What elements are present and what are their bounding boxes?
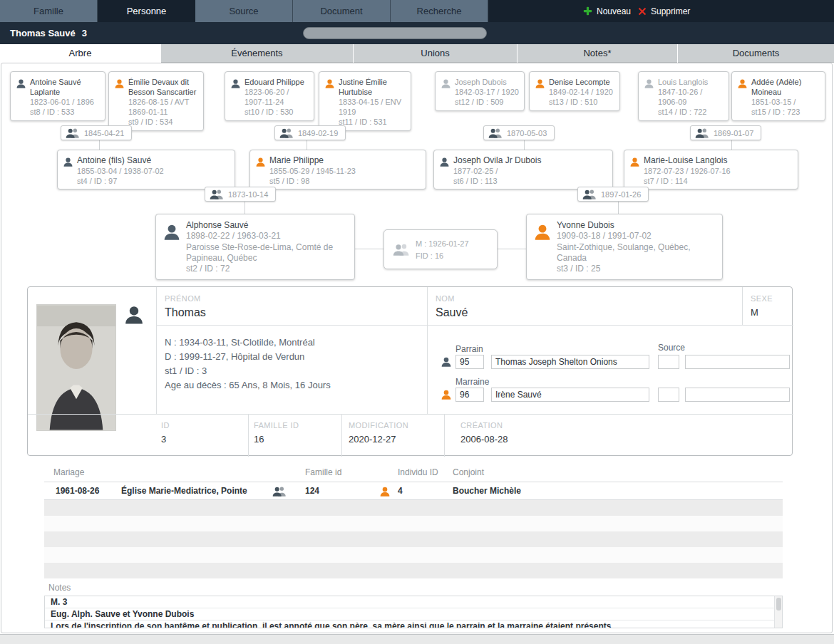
union-date: 1897-01-26 — [601, 190, 641, 199]
panel-divider — [742, 287, 743, 325]
couple-icon — [393, 243, 410, 256]
id-label: ID — [161, 421, 170, 430]
female-person-icon — [255, 157, 266, 167]
parrain-label: Parrain — [455, 344, 483, 354]
union-badge[interactable]: 1873-10-14 — [205, 187, 276, 202]
marraine-id-input[interactable] — [455, 388, 484, 402]
union-badge[interactable]: 1845-04-21 — [61, 125, 132, 140]
person-name: Marie Philippe — [269, 155, 421, 166]
current-person-number: 3 — [82, 28, 87, 38]
male-person-icon — [439, 157, 450, 167]
tree-card-alphonse-sauve[interactable]: Alphonse Sauvé 1898-02-22 / 1963-03-21 P… — [155, 214, 355, 280]
parrain-source-id-input[interactable] — [658, 355, 679, 369]
nom-value: Sauvé — [436, 306, 468, 319]
notes-scrollbar[interactable] — [774, 596, 782, 628]
tab-famille[interactable]: Famille — [0, 0, 98, 22]
notes-area[interactable]: M. 3 Eug. Alph. Sauve et Yvonne Dubois L… — [44, 596, 783, 628]
view-tab-notes[interactable]: Notes* — [517, 44, 677, 63]
famille-id-label: FAMILLE ID — [254, 421, 299, 430]
note-line: Eug. Alph. Sauve et Yvonne Dubois — [45, 608, 782, 620]
tree-card-louis-langlois[interactable]: Louis Langlois 1847-10-26 / 1906-09 st14… — [638, 71, 729, 121]
tree-card-joseph-ovila-dubois[interactable]: Joseph Ovila Jr Dubois 1877-02-25 / st6 … — [433, 150, 613, 189]
vital-details: N : 1934-03-11, St-Clotilde, Montréal D … — [165, 336, 421, 393]
person-ref: st12 / ID : 509 — [455, 97, 520, 107]
parrain-name-input[interactable] — [491, 355, 649, 369]
person-dates: 1851-03-15 / — [751, 97, 820, 107]
tab-recherche[interactable]: Recherche — [391, 0, 488, 22]
new-button[interactable]: Nouveau — [583, 0, 631, 22]
empty-table-row[interactable] — [44, 531, 783, 547]
tree-card-antoine-fils-sauve[interactable]: Antoine (fils) Sauvé 1855-03-04 / 1938-0… — [57, 150, 235, 189]
tab-document[interactable]: Document — [293, 0, 391, 22]
view-tab-evenements[interactable]: Événements — [160, 44, 353, 63]
tree-card-justine-hurtubise[interactable]: Justine Émilie Hurtubise 1833-04-15 / EN… — [319, 71, 411, 131]
marraine-name-input[interactable] — [491, 388, 649, 402]
prenom-label: PRÉNOM — [165, 294, 201, 303]
person-ref: st7 / ID : 114 — [644, 176, 793, 186]
person-photo[interactable] — [36, 304, 116, 431]
delete-x-icon — [638, 7, 647, 16]
person-ref: st5 / ID : 98 — [269, 176, 421, 186]
person-ref: st11 / ID : 531 — [339, 117, 406, 127]
age-at-death-line: Age au décès : 65 Ans, 8 Mois, 16 Jours — [165, 378, 421, 393]
male-person-icon — [163, 223, 181, 242]
male-person-icon — [441, 356, 452, 368]
union-badge[interactable]: 1869-01-07 — [690, 125, 761, 140]
tree-card-joseph-dubois[interactable]: Joseph Dubois 1842-03-17 / 1920 st12 / I… — [435, 71, 525, 111]
panel-divider — [427, 287, 428, 414]
tree-card-emilie-devaux[interactable]: Émilie Devaux dit Besson Sanscartier 182… — [108, 71, 204, 131]
marraine-source-input[interactable] — [685, 388, 790, 402]
union-date: 1849-02-19 — [298, 129, 338, 137]
tree-card-yvonne-dubois[interactable]: Yvonne Dubois 1909-03-18 / 1991-07-02 Sa… — [526, 214, 723, 280]
marraine-source-id-input[interactable] — [658, 388, 679, 402]
empty-table-row[interactable] — [44, 500, 783, 516]
view-tab-arbre[interactable]: Arbre — [0, 44, 160, 63]
union-badge[interactable]: 1897-01-26 — [577, 187, 649, 202]
female-person-icon — [379, 486, 391, 497]
person-ref: st14 / ID : 722 — [658, 107, 724, 117]
view-tab-documents[interactable]: Documents — [677, 44, 834, 63]
empty-table-row[interactable] — [44, 547, 783, 563]
person-ref: st9 / ID : 534 — [128, 117, 199, 127]
delete-button[interactable]: Supprimer — [638, 0, 690, 22]
union-badge[interactable]: 1849-02-19 — [274, 125, 346, 140]
ancestor-tree: Antoine Sauvé Laplante 1823-06-01 / 1896… — [0, 63, 834, 286]
male-person-icon — [63, 157, 73, 167]
person-place: Saint-Zothique, Soulange, Québec, Canada — [557, 242, 716, 264]
tree-card-marie-louise-langlois[interactable]: Marie-Louise Langlois 1872-07-23 / 1926-… — [624, 150, 798, 189]
person-name: Joseph Dubois — [455, 77, 520, 87]
union-date: 1961-08-26 — [56, 486, 99, 496]
male-person-icon — [16, 78, 26, 89]
union-table-row[interactable]: 1961-08-26 Église Marie-Mediatrice, Poin… — [44, 482, 783, 500]
person-dates: 1872-07-23 / 1926-07-16 — [644, 166, 793, 176]
person-name: Yvonne Dubois — [557, 220, 716, 231]
empty-table-row[interactable] — [44, 516, 783, 531]
creation-value: 2006-08-28 — [460, 434, 508, 445]
parrain-source-input[interactable] — [685, 355, 790, 369]
modification-value: 2020-12-27 — [349, 434, 396, 445]
couple-icon — [66, 128, 80, 138]
panel-divider — [156, 325, 793, 326]
prenom-value: Thomas — [165, 306, 206, 319]
parrain-id-input[interactable] — [455, 355, 484, 369]
tree-card-denise-lecompte[interactable]: Denise Lecompte 1849-02-14 / 1920 st13 /… — [529, 71, 620, 111]
tree-card-edouard-philippe[interactable]: Edouard Philippe 1823-06-20 / 1907-11-24… — [225, 71, 314, 121]
couple-icon — [488, 128, 503, 138]
view-tab-unions[interactable]: Unions — [353, 44, 517, 63]
empty-table-row[interactable] — [44, 563, 783, 578]
couple-icon — [695, 128, 709, 138]
id-value: 3 — [161, 434, 166, 445]
search-input[interactable] — [303, 27, 487, 39]
tree-card-antoine-sauve-laplante[interactable]: Antoine Sauvé Laplante 1823-06-01 / 1896… — [10, 71, 105, 121]
tab-source[interactable]: Source — [195, 0, 293, 22]
parents-union-card[interactable]: M : 1926-01-27 FID : 16 — [383, 229, 498, 269]
tree-card-addee-moineau[interactable]: Addée (Adèle) Moineau 1851-03-15 / st15 … — [731, 71, 825, 121]
couple-icon — [279, 128, 294, 138]
marraine-label: Marraine — [455, 377, 489, 387]
union-famille-id: 124 — [305, 486, 319, 496]
union-badge[interactable]: 1870-05-03 — [483, 125, 555, 140]
person-dates: 1823-06-20 / 1907-11-24 — [244, 87, 309, 107]
scrollbar-thumb[interactable] — [776, 598, 781, 611]
tab-personne[interactable]: Personne — [98, 0, 195, 22]
tree-card-marie-philippe[interactable]: Marie Philippe 1855-05-29 / 1945-11-23 s… — [249, 150, 426, 189]
